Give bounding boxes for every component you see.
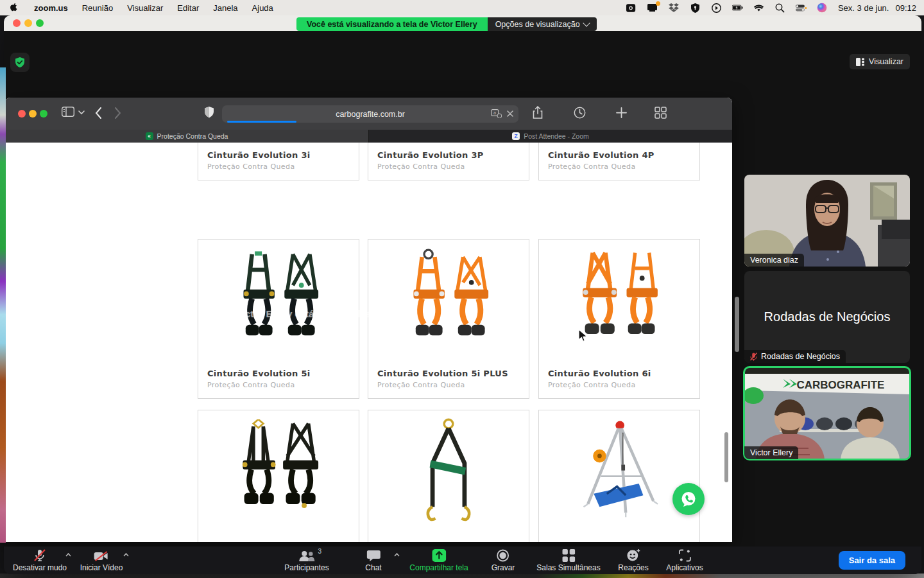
back-button[interactable]: [95, 107, 102, 119]
dropbox-icon[interactable]: [669, 3, 680, 13]
screen-recording-icon[interactable]: [626, 3, 637, 13]
tab-overview-icon[interactable]: [654, 107, 667, 119]
product-card[interactable]: Cinturão Evolution 3P Proteção Contra Qu…: [368, 143, 529, 180]
close-window-button[interactable]: [13, 19, 21, 27]
sidebar-toggle-icon[interactable]: [62, 107, 74, 117]
product-image: [198, 410, 359, 534]
screen-share-watermark: Victor Ellery está compartilhando a tela: [236, 308, 416, 319]
breakout-rooms-button[interactable]: Salas Simultâneas: [536, 549, 600, 572]
sidebar-chevron-icon[interactable]: [78, 110, 85, 115]
view-options-button[interactable]: Opções de visualização: [488, 17, 597, 31]
record-icon: [497, 549, 509, 562]
forward-button[interactable]: [114, 107, 121, 119]
product-card[interactable]: Cinturão Evolution 6i Proteção Contra Qu…: [538, 239, 700, 399]
audio-options-chevron[interactable]: [65, 553, 71, 558]
record-button[interactable]: Gravar: [492, 549, 515, 572]
breakout-rooms-icon: [562, 549, 575, 562]
unmute-button[interactable]: Desativar mudo: [13, 549, 67, 572]
view-grid-icon: [856, 58, 864, 66]
safari-minimize-button[interactable]: [29, 110, 37, 118]
stop-loading-icon[interactable]: [507, 110, 513, 117]
siri-icon[interactable]: [817, 3, 828, 13]
share-page-icon[interactable]: [533, 106, 543, 119]
start-video-button[interactable]: Iniciar Vídeo: [80, 549, 123, 572]
video-options-chevron[interactable]: [123, 553, 128, 558]
address-bar[interactable]: carbografite.com.br a: [222, 105, 518, 123]
video-tile-veronica[interactable]: Veronica diaz: [744, 175, 910, 267]
menu-ajuda[interactable]: Ajuda: [252, 3, 273, 13]
safari-zoom-button[interactable]: [40, 110, 47, 118]
apple-menu-icon[interactable]: [9, 3, 20, 13]
translate-icon[interactable]: a: [491, 109, 502, 118]
mic-muted-icon: [33, 549, 46, 562]
svg-text:a: a: [493, 110, 496, 115]
participants-icon: 3: [298, 549, 315, 562]
zoom-meeting-content: Visualizar: [4, 31, 921, 562]
zoom-window: Você está visualizando a tela de Victor …: [4, 15, 921, 574]
shared-safari-window: carbografite.com.br a: [5, 98, 732, 542]
product-name: Cinturão Evolution 6i: [548, 369, 690, 378]
menu-editar[interactable]: Editar: [177, 3, 199, 13]
apps-icon: [678, 549, 691, 562]
product-category: Proteção Contra Queda: [377, 381, 520, 389]
product-image: [368, 410, 529, 534]
view-layout-button[interactable]: Visualizar: [850, 54, 910, 69]
participants-button[interactable]: 3 Participantes: [284, 549, 329, 572]
spotlight-icon[interactable]: [774, 3, 785, 13]
chat-bubble-icon: [366, 549, 381, 562]
minimize-window-button[interactable]: [24, 19, 32, 27]
apps-button[interactable]: Aplicativos: [666, 549, 703, 572]
page-scrollbar-thumb[interactable]: [724, 432, 728, 482]
history-clock-icon[interactable]: [574, 107, 586, 119]
product-name: Cinturão Evolution 3P: [377, 150, 520, 160]
chevron-down-icon: [583, 19, 590, 26]
url-text: carbografite.com.br: [336, 110, 405, 119]
new-tab-icon[interactable]: [616, 107, 627, 118]
product-category: Proteção Contra Queda: [207, 162, 350, 171]
product-name: Cinturão Evolution 3i: [207, 150, 350, 160]
control-center-icon[interactable]: [796, 3, 807, 13]
menubar-time[interactable]: 09:12: [895, 3, 916, 13]
tab-protecao-contra-queda[interactable]: « Proteção Contra Queda: [5, 130, 368, 143]
product-card[interactable]: [198, 410, 359, 542]
product-card[interactable]: Cinturão Evolution 3i Proteção Contra Qu…: [198, 143, 359, 180]
participant-name-label: Rodadas de Negócios: [744, 350, 846, 363]
tile-display-name: Rodadas de Negócios: [744, 271, 910, 363]
product-category: Proteção Contra Queda: [207, 381, 350, 389]
shared-screen-scrollbar-thumb[interactable]: [735, 297, 739, 352]
chat-button[interactable]: Chat: [365, 549, 381, 572]
mouse-cursor: [578, 329, 588, 346]
menubar-date[interactable]: Sex. 3 de jun.: [838, 3, 889, 13]
share-screen-icon: [432, 549, 446, 562]
victor-video-frame: CARBOGRAFITE: [744, 367, 910, 459]
leave-meeting-button[interactable]: Sair da sala: [839, 551, 905, 570]
wifi-icon[interactable]: [753, 3, 764, 13]
zoom-window-button[interactable]: [36, 19, 44, 27]
battery-charging-icon[interactable]: [732, 3, 743, 13]
menu-janela[interactable]: Janela: [213, 3, 237, 13]
privacy-shield-icon[interactable]: [204, 106, 214, 119]
zoom-favicon: Z: [512, 132, 520, 140]
meeting-security-shield-icon[interactable]: [10, 53, 30, 72]
product-name: Cinturão Evolution 4P: [548, 150, 690, 160]
reactions-button[interactable]: Reações: [618, 549, 648, 572]
video-tile-rodadas[interactable]: Rodadas de Negócios Rodadas de Negócios: [744, 271, 910, 363]
whatsapp-button[interactable]: [672, 483, 705, 515]
tab-post-attendee-zoom[interactable]: Z Post Attendee - Zoom: [368, 130, 732, 143]
video-tile-victor[interactable]: CARBOGRAFITE Victor Ellery: [744, 367, 910, 459]
product-category: Proteção Contra Queda: [548, 381, 690, 389]
chat-options-chevron[interactable]: [394, 553, 399, 558]
veronica-video-frame: [744, 175, 910, 267]
menu-reuniao[interactable]: Reunião: [82, 3, 113, 13]
product-card[interactable]: Cinturão Evolution 4P Proteção Contra Qu…: [538, 143, 700, 180]
menu-visualizar[interactable]: Visualizar: [127, 3, 163, 13]
product-card[interactable]: [368, 410, 529, 542]
product-image: [368, 240, 529, 363]
shield-status-icon[interactable]: [690, 3, 701, 13]
share-screen-button[interactable]: Compartilhar tela: [409, 549, 468, 572]
safari-close-button[interactable]: [18, 110, 26, 118]
display-status-icon[interactable]: [647, 3, 658, 13]
play-status-icon[interactable]: [711, 3, 722, 13]
menubar-app-name[interactable]: zoom.us: [34, 3, 68, 13]
product-card[interactable]: [538, 410, 700, 542]
